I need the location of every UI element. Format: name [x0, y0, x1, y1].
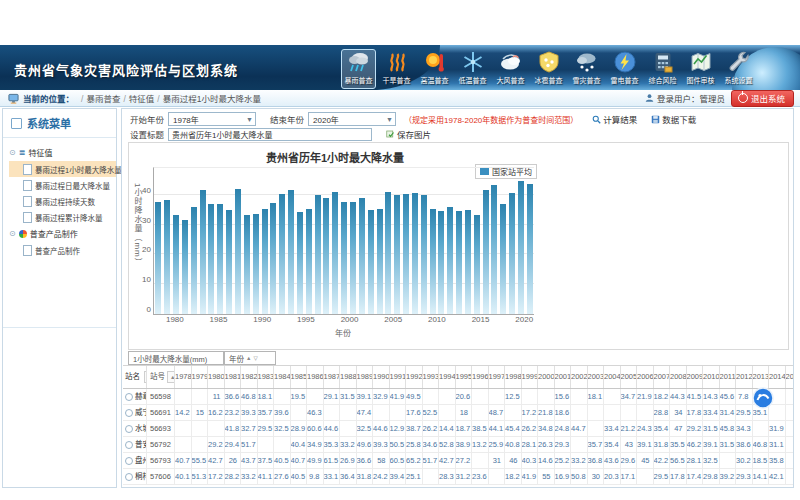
toolbar-item-7[interactable]: 雪灾普查 [569, 49, 604, 89]
year-header-1985[interactable]: 1985 [291, 366, 308, 388]
bar-1991[interactable] [270, 203, 276, 314]
year-header-2012[interactable]: 2012 [736, 366, 753, 388]
year-header-2007[interactable]: 2007 [654, 366, 671, 388]
tree-item-1-1[interactable]: 暴雨过程1小时最大降水量 [9, 161, 116, 177]
year-header-1990[interactable]: 1990 [373, 366, 390, 388]
bar-1988[interactable] [244, 215, 250, 314]
save-image-button[interactable]: 保存图片 [386, 128, 431, 140]
bar-2010[interactable] [438, 211, 444, 314]
bar-2019[interactable] [518, 181, 524, 314]
bar-1994[interactable] [297, 212, 303, 314]
bar-2012[interactable] [456, 211, 462, 314]
bar-2016[interactable] [491, 185, 497, 314]
bar-1992[interactable] [279, 194, 285, 314]
table-row[interactable]: 盘州5679340.755.542.72643.737.540.540.749.… [123, 453, 793, 469]
year-header-1994[interactable]: 1994 [439, 366, 456, 388]
row-expand-icon[interactable] [125, 393, 133, 401]
year-header-1992[interactable]: 1992 [406, 366, 423, 388]
row-expand-icon[interactable] [125, 457, 133, 465]
year-header-1999[interactable]: 1999 [522, 366, 539, 388]
tree-item-1-3[interactable]: 暴雨过程持续天数 [9, 193, 116, 209]
bar-2017[interactable] [500, 204, 506, 314]
bar-1981[interactable] [182, 220, 188, 314]
expand-toggle-icon[interactable]: ⊙ [9, 230, 16, 238]
year-header-1980[interactable]: 1980 [208, 366, 225, 388]
table-row[interactable]: 赫章565981136.646.818.119.529.131.539.132.… [123, 389, 793, 405]
year-header-1988[interactable]: 1988 [340, 366, 357, 388]
end-year-select[interactable]: 2020年▼ [308, 112, 396, 126]
bar-2005[interactable] [394, 195, 400, 314]
bar-2018[interactable] [509, 193, 515, 314]
bar-2020[interactable] [527, 184, 533, 315]
year-header-1995[interactable]: 1995 [456, 366, 473, 388]
bar-2009[interactable] [430, 209, 436, 314]
year-header-1997[interactable]: 1997 [489, 366, 506, 388]
year-header-2003[interactable]: 2003 [588, 366, 605, 388]
year-header-2010[interactable]: 2010 [703, 366, 720, 388]
bar-2014[interactable] [474, 215, 480, 315]
bar-1986[interactable] [226, 210, 232, 314]
bar-1993[interactable] [288, 190, 294, 314]
row-expand-icon[interactable] [125, 409, 133, 417]
year-header-1998[interactable]: 1998 [505, 366, 522, 388]
bar-1980[interactable] [173, 215, 179, 314]
station-name-header[interactable]: 站名▲▽ [123, 366, 147, 388]
year-header-1983[interactable]: 1983 [258, 366, 275, 388]
year-header-1979[interactable]: 1979 [192, 366, 209, 388]
toolbar-item-5[interactable]: 大风普查 [493, 49, 528, 89]
bar-2011[interactable] [447, 207, 453, 314]
bar-2000[interactable] [350, 202, 356, 314]
bar-1989[interactable] [253, 214, 259, 314]
bar-2003[interactable] [377, 209, 383, 314]
sort-desc-icon[interactable]: ▽ [253, 355, 257, 361]
start-year-select[interactable]: 1978年▼ [168, 112, 256, 126]
tree-group-2[interactable]: ⊙普查产品制作 [9, 225, 116, 242]
year-header-1996[interactable]: 1996 [472, 366, 489, 388]
bar-2015[interactable] [483, 190, 489, 314]
toolbar-item-10[interactable]: 图件审核 [683, 49, 718, 89]
tree-item-1-4[interactable]: 暴雨过程累计降水量 [9, 209, 116, 225]
bar-2001[interactable] [359, 198, 365, 314]
bar-1999[interactable] [341, 202, 347, 314]
expand-toggle-icon[interactable]: ⊙ [9, 149, 16, 157]
breadcrumb-item-2[interactable]: 特征值 [129, 94, 155, 104]
row-expand-icon[interactable] [125, 473, 133, 481]
tree-item-2-1[interactable]: 普查产品制作 [9, 242, 116, 258]
year-header-1986[interactable]: 1986 [307, 366, 324, 388]
toolbar-item-3[interactable]: 高温普查 [417, 49, 452, 89]
tree-group-1[interactable]: ⊙≣特征值 [9, 144, 116, 161]
toolbar-item-6[interactable]: 冰雹普查 [531, 49, 566, 89]
download-button[interactable]: 数据下载 [651, 113, 696, 125]
year-header-1991[interactable]: 1991 [390, 366, 407, 388]
value-field-chip[interactable]: 1小时最大降水量(mm) [128, 351, 224, 365]
year-header-2015[interactable]: 2015 [786, 366, 794, 388]
year-header-1982[interactable]: 1982 [241, 366, 258, 388]
bar-1998[interactable] [332, 192, 338, 314]
table-row[interactable]: 水城5669341.832.729.532.528.960.644.632.54… [123, 421, 793, 437]
year-header-1987[interactable]: 1987 [324, 366, 341, 388]
year-header-2005[interactable]: 2005 [621, 366, 638, 388]
year-header-2002[interactable]: 2002 [571, 366, 588, 388]
bar-2007[interactable] [412, 193, 418, 314]
year-header-2000[interactable]: 2000 [538, 366, 555, 388]
bar-1997[interactable] [323, 198, 329, 314]
year-header-1993[interactable]: 1993 [423, 366, 440, 388]
station-id-header[interactable]: 站号▲▽ [147, 366, 175, 388]
floating-plugin-icon[interactable] [752, 387, 774, 409]
bar-1990[interactable] [262, 209, 268, 314]
breadcrumb-item-1[interactable]: 暴雨普查 [86, 94, 120, 104]
bar-1982[interactable] [191, 207, 197, 314]
toolbar-item-4[interactable]: 低温普查 [455, 49, 490, 89]
chart-title-input[interactable] [168, 128, 372, 141]
year-header-2004[interactable]: 2004 [604, 366, 621, 388]
year-header-2011[interactable]: 2011 [720, 366, 737, 388]
bar-2008[interactable] [421, 195, 427, 314]
table-row[interactable]: 威宁5669114.21516.223.239.335.739.646.347.… [123, 405, 793, 421]
toolbar-item-8[interactable]: 雷电普查 [607, 49, 642, 89]
bar-1995[interactable] [306, 209, 312, 314]
bar-2006[interactable] [403, 194, 409, 314]
bar-1996[interactable] [315, 195, 321, 314]
bar-1979[interactable] [164, 200, 170, 314]
table-row[interactable]: 桐梓5760640.151.317.228.233.241.127.640.59… [123, 469, 793, 485]
year-header-1989[interactable]: 1989 [357, 366, 374, 388]
